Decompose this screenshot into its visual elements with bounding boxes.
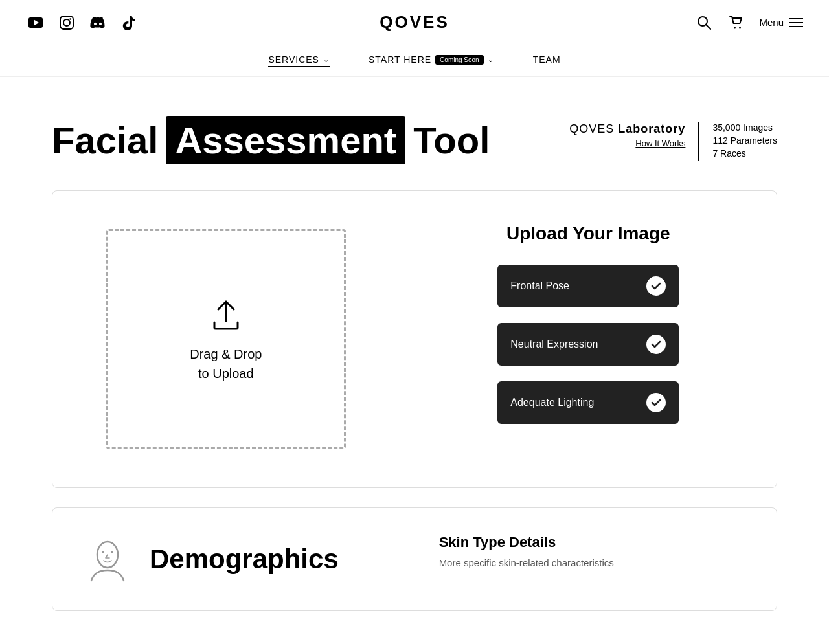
nav-team[interactable]: TEAM bbox=[533, 54, 561, 67]
requirement-frontal-pose: Frontal Pose bbox=[497, 265, 679, 307]
svg-line-6 bbox=[706, 25, 710, 29]
drag-drop-zone[interactable]: Drag & Drop to Upload bbox=[106, 229, 346, 449]
stat-races: 7 Races bbox=[712, 148, 777, 159]
discord-icon[interactable] bbox=[88, 13, 108, 32]
requirement-neutral-expression: Neutral Expression bbox=[497, 323, 679, 366]
social-icons-group bbox=[26, 13, 139, 32]
requirement-label: Adequate Lighting bbox=[510, 397, 594, 408]
title-word-tool: Tool bbox=[413, 118, 490, 162]
drag-drop-text: Drag & Drop to Upload bbox=[190, 344, 262, 383]
upload-title: Upload Your Image bbox=[506, 223, 670, 244]
search-icon[interactable] bbox=[694, 13, 714, 32]
stat-parameters: 112 Parameters bbox=[712, 135, 777, 146]
hero-section: Facial Assessment Tool QOVES Laboratory … bbox=[0, 77, 829, 190]
svg-rect-2 bbox=[60, 16, 73, 29]
site-header: QOVES Menu bbox=[0, 0, 829, 45]
check-icon bbox=[646, 335, 666, 354]
cart-icon[interactable] bbox=[727, 13, 746, 32]
requirement-label: Frontal Pose bbox=[510, 280, 569, 292]
header-actions: Menu bbox=[694, 13, 803, 32]
tiktok-icon[interactable] bbox=[119, 13, 139, 32]
menu-label: Menu bbox=[759, 17, 784, 28]
nav-services[interactable]: SERVICES ⌄ bbox=[268, 54, 330, 67]
chevron-down-icon: ⌄ bbox=[488, 56, 494, 64]
demographics-section: Demographics bbox=[52, 508, 400, 610]
stat-images: 35,000 Images bbox=[712, 122, 777, 133]
coming-soon-badge: Coming Soon bbox=[435, 55, 484, 65]
lab-name-block: QOVES Laboratory How It Works bbox=[569, 122, 685, 148]
how-it-works-link[interactable]: How It Works bbox=[569, 139, 685, 148]
requirements-panel: Upload Your Image Frontal Pose Neutral E… bbox=[400, 191, 777, 487]
svg-point-4 bbox=[69, 18, 71, 19]
instagram-icon[interactable] bbox=[57, 13, 76, 32]
requirement-adequate-lighting: Adequate Lighting bbox=[497, 381, 679, 424]
check-icon bbox=[646, 393, 666, 412]
svg-point-11 bbox=[111, 551, 113, 553]
demographics-icon bbox=[85, 537, 130, 582]
tool-container: Drag & Drop to Upload Upload Your Image … bbox=[52, 190, 777, 488]
title-word-facial: Facial bbox=[52, 118, 158, 162]
hero-divider bbox=[698, 122, 699, 161]
youtube-icon[interactable] bbox=[26, 13, 45, 32]
hamburger-icon bbox=[789, 18, 803, 27]
page-title: Facial Assessment Tool bbox=[52, 116, 490, 164]
main-nav: SERVICES ⌄ START HERE Coming Soon ⌄ TEAM bbox=[0, 45, 829, 77]
hero-stats: 35,000 Images 112 Parameters 7 Races bbox=[712, 122, 777, 159]
menu-button[interactable]: Menu bbox=[759, 17, 803, 28]
svg-point-10 bbox=[102, 551, 104, 553]
svg-point-3 bbox=[63, 19, 70, 26]
svg-point-7 bbox=[734, 27, 736, 28]
upload-icon bbox=[207, 295, 245, 334]
skin-details-title: Skin Type Details bbox=[439, 534, 738, 551]
check-icon bbox=[646, 276, 666, 296]
bottom-section: Demographics Skin Type Details More spec… bbox=[52, 507, 777, 611]
lab-brand: QOVES bbox=[569, 122, 614, 135]
hero-lab-info: QOVES Laboratory How It Works 35,000 Ima… bbox=[569, 122, 777, 161]
requirement-label: Neutral Expression bbox=[510, 339, 598, 350]
site-logo[interactable]: QOVES bbox=[380, 12, 449, 32]
lab-title: QOVES Laboratory bbox=[569, 122, 685, 136]
upload-area: Drag & Drop to Upload bbox=[52, 191, 400, 487]
title-word-assessment: Assessment bbox=[166, 116, 405, 164]
lab-name: Laboratory bbox=[618, 122, 685, 135]
svg-point-8 bbox=[739, 27, 741, 28]
demographics-title: Demographics bbox=[150, 544, 339, 575]
chevron-down-icon: ⌄ bbox=[323, 56, 330, 64]
skin-details-description: More specific skin-related characteristi… bbox=[439, 556, 738, 571]
skin-details-section: Skin Type Details More specific skin-rel… bbox=[400, 508, 777, 610]
nav-start-here[interactable]: START HERE Coming Soon ⌄ bbox=[369, 54, 494, 67]
